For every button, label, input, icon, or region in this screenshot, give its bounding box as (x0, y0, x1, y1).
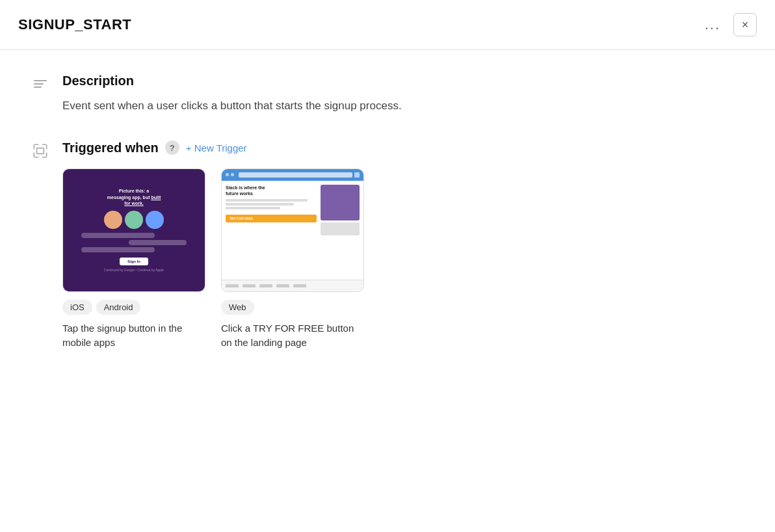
header-actions: ... × (700, 13, 757, 36)
mobile-headline: Picture this: amessaging app, but builtf… (107, 188, 161, 207)
browser-url-bar (239, 172, 352, 178)
mobile-footer: Continued by Google • Continue by Apple (104, 268, 164, 272)
description-section: Description Event sent when a user click… (31, 73, 744, 114)
bubble-2 (129, 240, 187, 245)
mobile-trigger-label: Tap the signup button in the mobile apps (62, 321, 205, 351)
web-right-col (321, 185, 360, 276)
help-icon[interactable]: ? (165, 140, 179, 155)
try-free-button-preview: TRY FOR FREE (226, 215, 317, 222)
tag-ios: iOS (62, 300, 92, 315)
content: Description Event sent when a user click… (0, 50, 775, 400)
web-line-3 (226, 207, 280, 209)
web-panel-main (321, 185, 360, 220)
web-nav-5 (293, 284, 306, 287)
trigger-card-web: Slack is where thefuture works TRY FOR F… (221, 168, 364, 351)
avatar-2 (125, 211, 143, 229)
browser-bar (222, 169, 363, 181)
web-left-col: Slack is where thefuture works TRY FOR F… (226, 185, 317, 276)
web-screenshot: Slack is where thefuture works TRY FOR F… (221, 168, 364, 292)
web-bottom-nav (222, 280, 363, 291)
chat-bubbles (81, 233, 187, 252)
browser-dot-2 (231, 173, 234, 176)
web-mockup: Slack is where thefuture works TRY FOR F… (222, 169, 363, 291)
more-button[interactable]: ... (700, 15, 726, 34)
description-icon (31, 75, 49, 93)
triggered-header: Triggered when ? + New Trigger (62, 140, 744, 155)
description-text: Event sent when a user clicks a button t… (62, 98, 744, 114)
web-nav-1 (226, 284, 239, 287)
tag-web: Web (221, 300, 254, 315)
bubble-1 (81, 233, 155, 238)
web-nav-4 (276, 284, 289, 287)
triggered-icon (31, 142, 49, 160)
page-title: SIGNUP_START (18, 16, 131, 33)
avatar-3 (146, 211, 164, 229)
web-line-1 (226, 199, 308, 202)
tag-android: Android (96, 300, 141, 315)
description-title: Description (62, 73, 744, 88)
triggered-body: Triggered when ? + New Trigger Picture t… (62, 140, 744, 351)
new-trigger-link[interactable]: + New Trigger (186, 142, 247, 153)
browser-dot-1 (226, 173, 229, 176)
close-icon: × (742, 18, 749, 32)
web-line-2 (226, 203, 294, 206)
mobile-tags: iOS Android (62, 300, 205, 315)
trigger-card-mobile: Picture this: amessaging app, but builtf… (62, 168, 205, 351)
mobile-avatars (104, 211, 164, 229)
triggered-section: Triggered when ? + New Trigger Picture t… (31, 140, 744, 351)
triggered-title: Triggered when (62, 140, 159, 155)
browser-close (354, 172, 360, 178)
header: SIGNUP_START ... × (0, 0, 775, 50)
avatar-1 (104, 211, 122, 229)
mobile-mockup: Picture this: amessaging app, but builtf… (63, 169, 205, 291)
web-page-content: Slack is where thefuture works TRY FOR F… (222, 181, 363, 280)
bubble-3 (81, 247, 155, 252)
web-tags: Web (221, 300, 364, 315)
close-button[interactable]: × (733, 13, 757, 36)
signup-button-preview: Sign In (120, 258, 148, 265)
web-headline: Slack is where thefuture works (226, 185, 317, 196)
web-panel-sm (321, 222, 360, 235)
web-nav-3 (259, 284, 272, 287)
web-nav-2 (243, 284, 256, 287)
trigger-cards: Picture this: amessaging app, but builtf… (62, 168, 744, 351)
description-body: Description Event sent when a user click… (62, 73, 744, 114)
mobile-screenshot: Picture this: amessaging app, but builtf… (62, 168, 205, 292)
web-subtext (226, 199, 317, 209)
svg-rect-3 (37, 148, 44, 153)
web-trigger-label: Click a TRY FOR FREE button on the landi… (221, 321, 364, 351)
